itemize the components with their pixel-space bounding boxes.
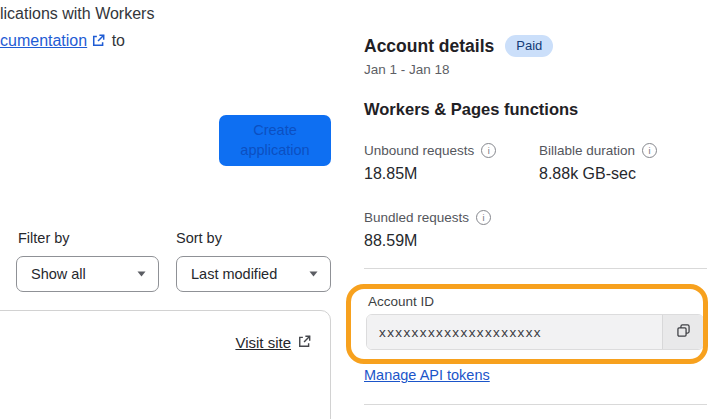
- account-id-label: Account ID: [368, 294, 434, 309]
- info-icon[interactable]: i: [476, 210, 491, 225]
- sort-dropdown[interactable]: Last modified: [176, 256, 331, 292]
- create-button-line-2: application: [240, 142, 309, 158]
- sort-by-label: Sort by: [176, 230, 222, 246]
- stat-unbound-requests: Unbound requestsi 18.85M: [364, 143, 496, 183]
- application-card: Visit site: [0, 310, 331, 419]
- sort-dropdown-value: Last modified: [191, 266, 277, 282]
- divider: [364, 268, 707, 269]
- intro-line-2: cumentation to: [0, 27, 154, 55]
- account-details-heading: Account details Paid: [364, 35, 553, 57]
- date-range-label: Jan 1 - Jan 18: [364, 62, 450, 77]
- workers-pages-functions-heading: Workers & Pages functions: [364, 100, 578, 119]
- paid-status-badge: Paid: [505, 35, 553, 57]
- stat-bundled-requests: Bundled requestsi 88.59M: [364, 210, 491, 250]
- filter-dropdown-value: Show all: [31, 266, 86, 282]
- manage-api-tokens-link[interactable]: Manage API tokens: [364, 367, 490, 383]
- copy-icon: [676, 323, 691, 341]
- create-button-line-1: Create: [253, 122, 297, 138]
- documentation-link[interactable]: cumentation: [0, 32, 87, 49]
- external-link-icon: [298, 334, 311, 351]
- stat-label: Unbound requests: [364, 143, 474, 158]
- stat-value: 18.85M: [364, 165, 496, 183]
- filter-by-label: Filter by: [18, 230, 70, 246]
- copy-button[interactable]: [662, 315, 703, 349]
- stat-label: Bundled requests: [364, 210, 469, 225]
- chevron-down-icon: [309, 271, 318, 277]
- intro-text: lications with Workers cumentation to: [0, 0, 154, 55]
- create-application-button[interactable]: Create application: [219, 115, 331, 166]
- stat-billable-duration: Billable durationi 8.88k GB-sec: [539, 143, 657, 183]
- stat-label: Billable duration: [539, 143, 635, 158]
- workers-pages-overview: lications with Workers cumentation to Cr…: [0, 0, 718, 419]
- external-link-icon: [92, 28, 105, 55]
- stat-value: 88.59M: [364, 232, 491, 250]
- intro-line-1: lications with Workers: [0, 0, 154, 27]
- filter-dropdown[interactable]: Show all: [16, 256, 159, 292]
- chevron-down-icon: [137, 271, 146, 277]
- intro-line-2-suffix: to: [112, 32, 125, 49]
- account-id-field-group: [366, 314, 704, 350]
- visit-site-link[interactable]: Visit site: [235, 334, 313, 351]
- divider: [364, 404, 707, 405]
- stat-value: 8.88k GB-sec: [539, 165, 657, 183]
- info-icon[interactable]: i: [642, 143, 657, 158]
- info-icon[interactable]: i: [481, 143, 496, 158]
- account-id-input[interactable]: [367, 315, 662, 349]
